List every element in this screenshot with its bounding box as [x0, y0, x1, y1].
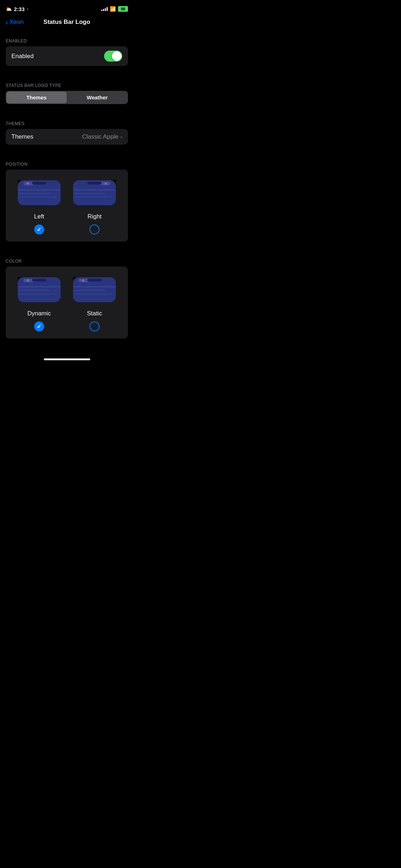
svg-point-3	[27, 182, 29, 185]
toggle-knob	[112, 51, 122, 61]
themes-row[interactable]: Themes Classic Apple ›	[6, 129, 128, 145]
svg-rect-28	[87, 279, 102, 281]
position-left-preview	[14, 177, 64, 209]
section-label-logo-type: STATUS BAR LOGO TYPE	[0, 76, 134, 91]
color-static-radio[interactable]	[89, 321, 99, 331]
back-chevron-icon: ‹	[6, 19, 8, 26]
status-time: 2:33	[14, 6, 25, 12]
charge-icon: ↑	[27, 7, 29, 11]
home-bar	[44, 358, 90, 360]
status-left: ⛅ 2:33 ↑	[6, 6, 29, 12]
color-static-label: Static	[87, 310, 102, 317]
section-label-color: COLOR	[0, 252, 134, 267]
status-right: 📶 98	[101, 6, 128, 12]
themes-label: Themes	[11, 133, 33, 140]
svg-rect-6	[18, 193, 50, 194]
page-title: Status Bar Logo	[43, 19, 90, 26]
home-indicator	[0, 356, 134, 362]
svg-rect-23	[18, 293, 57, 295]
svg-rect-4	[32, 182, 46, 185]
color-dynamic-item[interactable]: Dynamic ✓	[14, 274, 64, 331]
svg-rect-30	[73, 290, 105, 291]
color-grid: Dynamic ✓ Static	[6, 267, 128, 339]
color-static-item[interactable]: Static	[70, 274, 119, 331]
radio-check-icon-dynamic: ✓	[37, 323, 41, 330]
position-right-radio[interactable]	[89, 224, 99, 234]
svg-rect-22	[18, 290, 50, 291]
signal-bar-2	[103, 9, 104, 11]
color-dynamic-radio[interactable]: ✓	[34, 321, 44, 331]
chevron-right-icon: ›	[120, 134, 122, 140]
status-bar: ⛅ 2:33 ↑ 📶 98	[0, 0, 134, 16]
weather-icon: ⛅	[6, 6, 12, 12]
position-left-label: Left	[34, 213, 44, 220]
svg-rect-29	[73, 286, 116, 288]
back-label: Xeon	[10, 19, 24, 26]
signal-bar-4	[107, 7, 108, 11]
radio-check-icon: ✓	[37, 226, 41, 233]
themes-value: Classic Apple ›	[82, 133, 122, 140]
color-dynamic-preview	[14, 274, 64, 306]
section-label-position: POSITION	[0, 155, 134, 170]
color-static-preview	[70, 274, 119, 306]
svg-rect-7	[18, 196, 57, 198]
signal-bar-1	[101, 10, 102, 11]
svg-point-27	[82, 279, 84, 281]
segment-weather[interactable]: Weather	[67, 92, 128, 103]
position-right-svg	[70, 177, 119, 209]
svg-rect-13	[73, 189, 116, 191]
svg-rect-12	[87, 182, 102, 185]
svg-rect-15	[73, 196, 112, 198]
position-right-preview	[70, 177, 119, 209]
themes-group: Themes Classic Apple ›	[6, 129, 128, 145]
battery: 98	[118, 6, 128, 12]
signal-bars	[101, 7, 108, 11]
signal-bar-3	[105, 8, 106, 11]
svg-rect-5	[18, 189, 61, 191]
position-left-svg	[14, 177, 64, 209]
position-left-radio[interactable]: ✓	[34, 224, 44, 234]
section-label-themes: THEMES	[0, 114, 134, 129]
color-dynamic-svg	[14, 274, 64, 306]
position-left-item[interactable]: Left ✓	[14, 177, 64, 234]
enabled-label: Enabled	[11, 53, 34, 60]
enabled-toggle[interactable]	[104, 51, 122, 62]
svg-rect-21	[18, 286, 61, 288]
svg-rect-31	[73, 293, 112, 295]
svg-rect-20	[32, 279, 46, 281]
position-grid: Left ✓ Right	[6, 170, 128, 242]
back-button[interactable]: ‹ Xeon	[6, 19, 24, 26]
nav-header: ‹ Xeon Status Bar Logo	[0, 16, 134, 31]
enabled-group: Enabled	[6, 46, 128, 66]
position-right-item[interactable]: Right	[70, 177, 119, 234]
color-static-svg	[70, 274, 119, 306]
enabled-row: Enabled	[6, 46, 128, 66]
svg-point-19	[27, 279, 29, 281]
segment-themes[interactable]: Themes	[6, 92, 67, 103]
svg-rect-14	[73, 193, 105, 194]
section-label-enabled: ENABLED	[0, 31, 134, 46]
wifi-icon: 📶	[110, 6, 116, 12]
svg-point-11	[105, 182, 107, 185]
color-dynamic-label: Dynamic	[27, 310, 51, 317]
segment-control: Themes Weather	[6, 91, 128, 104]
themes-current-value: Classic Apple	[82, 133, 118, 140]
position-right-label: Right	[87, 213, 102, 220]
